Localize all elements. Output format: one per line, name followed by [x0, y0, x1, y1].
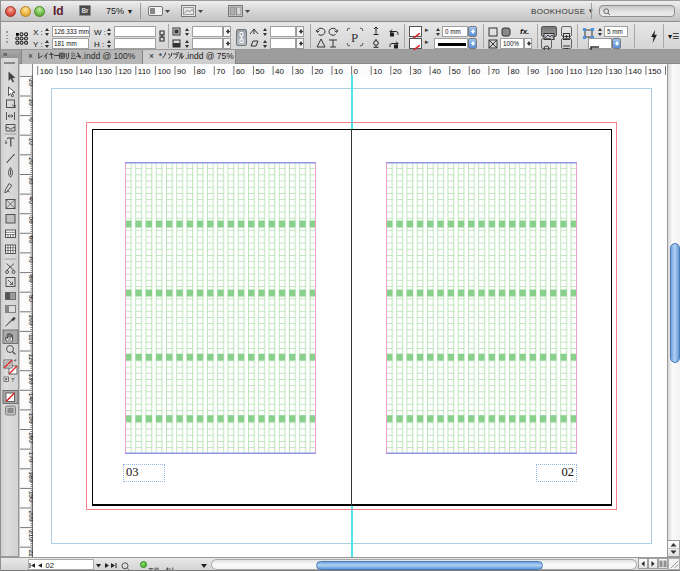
- svg-text:T: T: [11, 377, 15, 383]
- svg-text:02: 02: [46, 562, 54, 569]
- svg-text:P: P: [351, 30, 358, 45]
